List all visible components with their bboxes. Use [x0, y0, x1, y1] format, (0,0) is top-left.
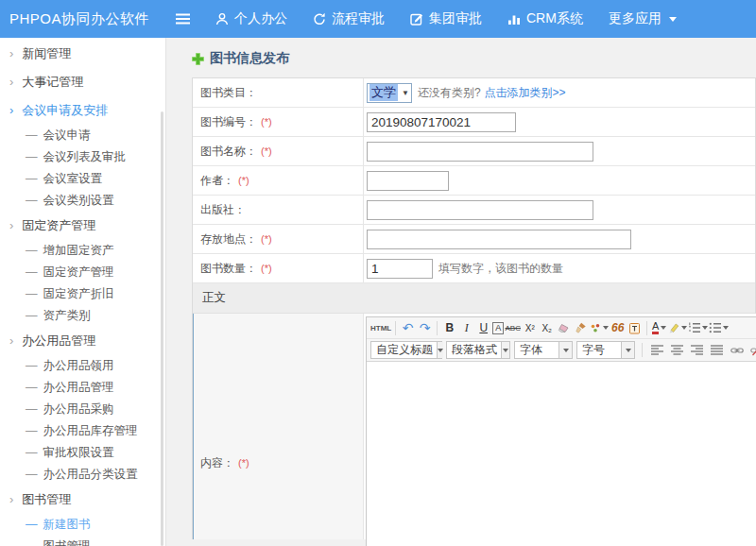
ordered-list-button[interactable]	[688, 319, 708, 336]
dash-icon: —	[26, 244, 38, 257]
align-center-icon	[671, 345, 683, 355]
sidebar-item-fixed-assets-depreciation[interactable]: —固定资产折旧	[0, 283, 165, 305]
palette-icon	[590, 323, 601, 333]
book-category-select[interactable]: 文学 ▼	[367, 83, 412, 103]
toolbar-separator	[642, 343, 643, 357]
menu-toggle-icon[interactable]	[176, 12, 190, 26]
font-family-dropdown[interactable]: 字体	[514, 341, 573, 359]
sidebar-group-label: 新闻管理	[22, 46, 71, 60]
nav-personal-office[interactable]: 个人办公	[215, 10, 287, 27]
book-name-input[interactable]	[367, 142, 593, 162]
format-brush-button[interactable]	[573, 319, 589, 336]
toolbar-separator	[646, 321, 647, 335]
nav-group-approval[interactable]: 集团审批	[410, 10, 482, 27]
sidebar-item-supplies-category-settings[interactable]: —办公用品分类设置	[0, 464, 165, 486]
quantity-input[interactable]	[367, 259, 433, 279]
sidebar-group-meeting-apply-arrange[interactable]: ›会议申请及安排	[0, 96, 165, 125]
superscript-button[interactable]: X²	[522, 319, 538, 336]
dash-icon: —	[26, 150, 38, 163]
sidebar-group-label: 固定资产管理	[22, 218, 95, 232]
highlighter-icon	[668, 322, 679, 333]
subscript-button[interactable]: X₂	[539, 319, 555, 336]
link-button[interactable]	[729, 342, 745, 359]
dash-icon: —	[26, 265, 38, 279]
unlink-button[interactable]	[748, 342, 756, 359]
highlight-button[interactable]	[668, 319, 687, 336]
unordered-list-button[interactable]	[709, 319, 729, 336]
font-color-glyph: A	[652, 321, 659, 334]
sidebar-group-fixed-assets[interactable]: ›固定资产管理	[0, 212, 165, 240]
sidebar-item-asset-category[interactable]: —资产类别	[0, 305, 165, 327]
author-input[interactable]	[367, 171, 449, 191]
underline-button[interactable]: U	[475, 319, 491, 336]
sidebar-item-supplies-inventory[interactable]: —办公用品库存管理	[0, 420, 165, 442]
dash-icon: —	[26, 194, 38, 207]
source-button[interactable]: HTML	[370, 319, 391, 336]
redo-button[interactable]: ↷	[417, 319, 433, 336]
field-label: 内容：	[200, 456, 234, 469]
caret-down-icon	[702, 326, 708, 330]
editor-toolbar-row2: 自定义标题 段落格式 字体 字号	[367, 339, 756, 362]
sidebar-item-approval-permission-settings[interactable]: —审批权限设置	[0, 442, 165, 464]
align-right-button[interactable]	[689, 342, 705, 359]
body-section-header: 正文	[193, 283, 755, 314]
location-input[interactable]	[367, 230, 631, 249]
app-logo: PHPOA协同办公软件	[0, 10, 166, 28]
align-left-button[interactable]	[649, 342, 665, 359]
undo-button[interactable]: ↶	[400, 319, 416, 336]
color-palette-button[interactable]	[590, 319, 609, 336]
strikethrough-button[interactable]: ABC	[505, 319, 521, 336]
sidebar-item-meeting-apply[interactable]: —会议申请	[0, 125, 165, 146]
align-center-button[interactable]	[669, 342, 685, 359]
sidebar-item-meeting-room-settings[interactable]: —会议室设置	[0, 168, 165, 190]
top-navigation: 个人办公 流程审批 集团审批 CRM系统 更多应用	[190, 10, 677, 27]
paragraph-dropdown[interactable]: 段落格式	[446, 341, 510, 359]
sidebar-item-supplies-manage[interactable]: —办公用品管理	[0, 377, 165, 399]
blockquote-button[interactable]: 66	[610, 319, 626, 336]
font-color-button[interactable]: A	[651, 319, 667, 336]
sidebar-item-supplies-requisition[interactable]: —办公用品领用	[0, 355, 165, 377]
nav-more-apps[interactable]: 更多应用	[609, 10, 677, 27]
sidebar-item-new-book[interactable]: —新建图书	[0, 514, 165, 536]
remove-format-button[interactable]	[556, 319, 572, 336]
category-hint: 还没有类别?	[418, 85, 481, 101]
sidebar-group-book-management[interactable]: ›图书管理	[0, 486, 165, 514]
sidebar-item-book-manage[interactable]: —图书管理	[0, 536, 165, 546]
sidebar-group-events-management[interactable]: ›大事记管理	[0, 68, 165, 96]
sidebar-item-fixed-assets-manage[interactable]: —固定资产管理	[0, 262, 165, 283]
italic-button[interactable]: I	[458, 319, 474, 336]
heading-dropdown[interactable]: 自定义标题	[370, 341, 442, 359]
unlink-icon	[750, 345, 756, 356]
sidebar-item-label: 办公用品分类设置	[43, 468, 138, 481]
char-border-button[interactable]: A	[492, 322, 504, 334]
paste-text-button[interactable]	[627, 319, 643, 336]
book-code-input[interactable]	[367, 112, 516, 132]
sidebar-item-label: 固定资产管理	[43, 265, 114, 279]
font-size-dropdown[interactable]: 字号	[576, 341, 635, 359]
sidebar-item-supplies-purchase[interactable]: —办公用品采购	[0, 399, 165, 420]
nav-crm-system[interactable]: CRM系统	[507, 10, 583, 27]
publisher-input[interactable]	[367, 200, 593, 220]
add-category-link[interactable]: 点击添加类别>>	[485, 85, 566, 101]
editor-cell: HTML ↶ ↷ B I U A ABC X² X₂	[364, 314, 756, 539]
dash-icon: —	[26, 381, 38, 394]
sidebar-group-office-supplies[interactable]: ›办公用品管理	[0, 327, 165, 355]
dash-icon: —	[26, 309, 38, 322]
chevron-right-icon: ›	[9, 218, 13, 232]
unordered-list-icon	[709, 322, 721, 333]
sidebar-group-news-management[interactable]: ›新闻管理	[0, 40, 165, 68]
bold-button[interactable]: B	[441, 319, 457, 336]
body-section-title: 正文	[202, 290, 226, 306]
sidebar-item-meeting-list-approval[interactable]: —会议列表及审批	[0, 146, 165, 168]
sidebar-item-add-fixed-asset[interactable]: —增加固定资产	[0, 240, 165, 262]
dash-icon: —	[26, 446, 38, 459]
dash-icon: —	[26, 359, 38, 372]
dropdown-value: 字体	[515, 342, 546, 358]
editor-content[interactable]	[367, 362, 756, 546]
align-justify-button[interactable]	[709, 342, 725, 359]
sidebar-scrollbar[interactable]	[161, 111, 163, 546]
nav-workflow-approval[interactable]: 流程审批	[313, 10, 385, 27]
sidebar-item-meeting-category-settings[interactable]: —会议类别设置	[0, 190, 165, 212]
caret-down-icon	[723, 326, 729, 330]
page-title: 图书信息发布	[192, 50, 756, 67]
